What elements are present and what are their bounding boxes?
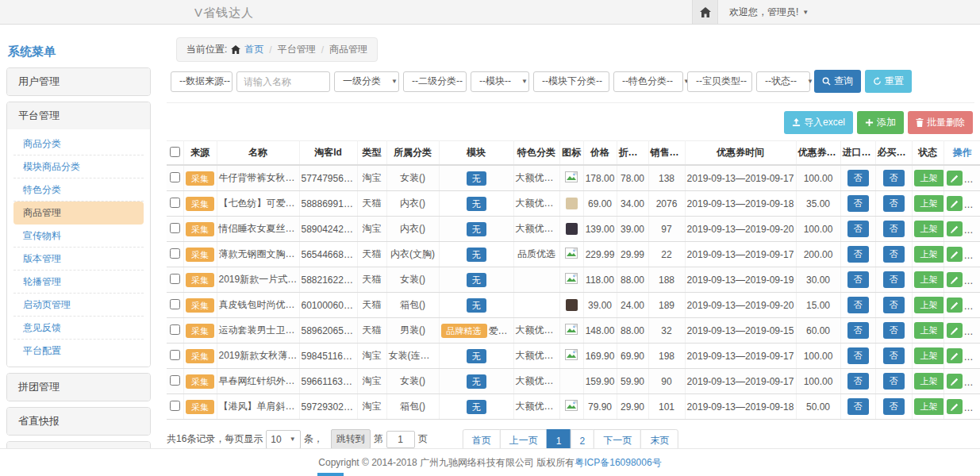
column-header: 所属分类 — [386, 141, 439, 166]
status-badge[interactable]: 上架 — [914, 373, 944, 390]
import-excel-button[interactable]: 导入excel — [784, 111, 853, 134]
row-checkbox[interactable] — [170, 375, 180, 386]
edit-button[interactable] — [947, 221, 963, 236]
sidebar-subitem[interactable]: 商品分类 — [13, 132, 144, 155]
import-toggle-button[interactable]: 否 — [847, 221, 869, 237]
status-badge[interactable]: 上架 — [914, 271, 944, 288]
sidebar-item-2[interactable]: 拼团管理 — [7, 374, 150, 401]
import-toggle-button[interactable]: 否 — [847, 398, 869, 415]
add-button[interactable]: 添加 — [857, 111, 904, 134]
sales-cell: 198 — [648, 344, 685, 369]
row-checkbox[interactable] — [170, 274, 180, 284]
sidebar-subitem[interactable]: 商品管理 — [13, 202, 144, 225]
import-toggle-button[interactable]: 否 — [847, 195, 869, 212]
chevron-down-icon: ▼ — [391, 78, 398, 85]
name-search-input[interactable] — [236, 71, 330, 92]
sidebar-subitem[interactable]: 意见反馈 — [13, 317, 144, 340]
import-toggle-button[interactable]: 否 — [847, 347, 869, 364]
import-toggle-button[interactable]: 否 — [847, 271, 869, 288]
edit-button[interactable] — [947, 272, 963, 287]
row-checkbox[interactable] — [170, 198, 180, 208]
jump-page-input[interactable] — [386, 431, 415, 448]
jump-button[interactable]: 跳转到 — [331, 429, 371, 449]
sidebar-subitem[interactable]: 轮播管理 — [13, 271, 144, 294]
module-subcategory-select[interactable]: --模块下分类--▼ — [533, 71, 609, 92]
status-badge[interactable]: 上架 — [914, 170, 944, 186]
level1-category-select[interactable]: 一级分类▼ — [334, 71, 399, 92]
module-select[interactable]: --模块--▼ — [471, 71, 529, 92]
must-buy-toggle-button[interactable]: 否 — [883, 347, 905, 364]
import-toggle-button[interactable]: 否 — [847, 373, 869, 390]
table-row: 采集【港风】单肩斜跨链条...597293020870淘宝箱包()无大额优惠券7… — [167, 394, 980, 420]
edit-button[interactable] — [947, 374, 963, 389]
row-checkbox[interactable] — [170, 324, 180, 335]
sidebar-subitem[interactable]: 特色分类 — [13, 178, 144, 202]
must-buy-toggle-button[interactable]: 否 — [883, 322, 905, 339]
row-checkbox[interactable] — [170, 299, 180, 309]
breadcrumb-home-link[interactable]: 首页 — [244, 43, 263, 56]
status-badge[interactable]: 上架 — [914, 347, 944, 364]
sidebar-item-3[interactable]: 省直快报 — [7, 408, 150, 435]
status-badge[interactable]: 上架 — [914, 221, 944, 237]
select-all-checkbox[interactable] — [170, 147, 180, 157]
must-buy-toggle-button[interactable]: 否 — [883, 221, 905, 237]
row-checkbox[interactable] — [170, 223, 180, 233]
edit-button[interactable] — [947, 348, 963, 363]
user-menu[interactable]: 欢迎您，管理员! ▼ — [718, 0, 980, 24]
edit-button[interactable] — [947, 247, 963, 262]
sidebar-subitem[interactable]: 版本管理 — [13, 248, 144, 271]
edit-button[interactable] — [947, 399, 963, 414]
reset-button[interactable]: 重置 — [865, 70, 912, 93]
import-toggle-button[interactable]: 否 — [847, 246, 869, 263]
edit-button[interactable] — [947, 196, 963, 211]
item-type-select[interactable]: --宝贝类型--▼ — [687, 71, 752, 92]
row-checkbox[interactable] — [170, 248, 180, 259]
sidebar-subitem[interactable]: 宣传物料 — [13, 225, 144, 248]
must-buy-toggle-button[interactable]: 否 — [883, 195, 905, 212]
status-select[interactable]: --状态--▼ — [756, 71, 810, 92]
name-cell: 运动套装男士卫衣初秋... — [217, 318, 299, 344]
sidebar-subitem[interactable]: 平台配置 — [13, 340, 144, 362]
batch-delete-button[interactable]: 批量删除 — [908, 111, 973, 134]
icon-cell — [559, 394, 583, 420]
must-buy-toggle-button[interactable]: 否 — [883, 373, 905, 390]
search-button[interactable]: 查询 — [814, 70, 861, 93]
level2-category-select[interactable]: --二级分类--▼ — [403, 71, 467, 92]
taoke-id-cell: 598451162391 — [299, 344, 357, 369]
category-cell: 女装() — [386, 267, 439, 293]
must-buy-toggle-button[interactable]: 否 — [883, 398, 905, 415]
icp-link[interactable]: 粤ICP备16098006号 — [575, 456, 661, 470]
sidebar-item-0[interactable]: 用户管理 — [7, 68, 150, 95]
must-buy-toggle-button[interactable]: 否 — [883, 170, 905, 186]
sales-cell: 138 — [648, 165, 685, 191]
must-buy-toggle-button[interactable]: 否 — [883, 297, 905, 313]
import-toggle-button[interactable]: 否 — [847, 170, 869, 186]
feature-category-select[interactable]: --特色分类--▼ — [613, 71, 683, 92]
status-badge[interactable]: 上架 — [914, 398, 944, 415]
row-checkbox[interactable] — [170, 350, 180, 360]
data-source-select[interactable]: --数据来源--▼ — [171, 71, 233, 92]
sidebar-subitem[interactable]: 启动页管理 — [13, 294, 144, 317]
home-button[interactable] — [692, 0, 718, 24]
row-checkbox[interactable] — [170, 401, 180, 411]
sales-cell: 32 — [648, 318, 685, 344]
status-badge[interactable]: 上架 — [914, 297, 944, 313]
per-page-select[interactable]: 10 ▼ — [266, 430, 300, 449]
type-cell: 天猫 — [357, 242, 386, 267]
status-badge[interactable]: 上架 — [914, 195, 944, 212]
sidebar-subitem[interactable]: 模块商品分类 — [13, 155, 144, 178]
status-badge[interactable]: 上架 — [914, 322, 944, 339]
status-cell: 上架 — [912, 191, 943, 217]
must-buy-toggle-button[interactable]: 否 — [883, 246, 905, 263]
sidebar-item-1[interactable]: 平台管理 — [7, 102, 150, 129]
row-checkbox[interactable] — [170, 172, 180, 182]
import-toggle-button[interactable]: 否 — [847, 322, 869, 339]
edit-button[interactable] — [947, 171, 963, 186]
column-header — [167, 141, 183, 166]
edit-button[interactable] — [947, 298, 963, 313]
status-badge[interactable]: 上架 — [914, 246, 944, 263]
import-toggle-button[interactable]: 否 — [847, 297, 869, 313]
must-buy-toggle-button[interactable]: 否 — [883, 271, 905, 288]
taoke-id-cell: 588216228899 — [299, 267, 357, 293]
edit-button[interactable] — [947, 323, 963, 338]
